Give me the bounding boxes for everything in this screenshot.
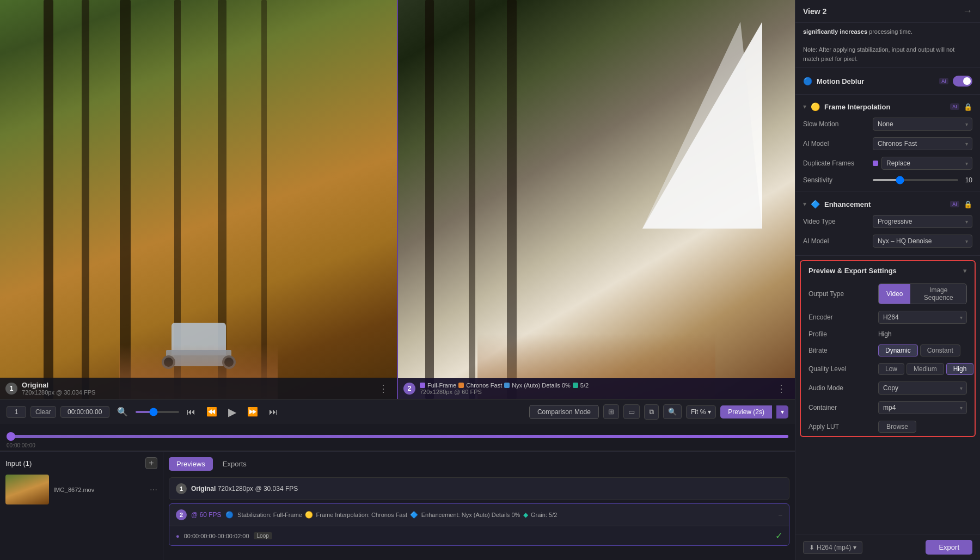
- zoom-slider[interactable]: [136, 411, 179, 413]
- preview-row-2: 2 @ 60 FPS 🔵 Stabilization: Full-Frame 🟡…: [169, 503, 789, 546]
- browse-lut-button[interactable]: Browse: [878, 421, 916, 433]
- panel-1-menu[interactable]: ⋮: [375, 381, 391, 396]
- output-tab-image-sequence[interactable]: Image Sequence: [910, 284, 966, 304]
- preview-dropdown[interactable]: ▾: [776, 405, 788, 419]
- panel-2-menu[interactable]: ⋮: [773, 381, 789, 396]
- skip-end-button[interactable]: ⏭: [266, 405, 281, 419]
- right-panel-header: View 2 →: [795, 0, 980, 23]
- clear-button[interactable]: Clear: [30, 406, 56, 418]
- sensitivity-row: Sensitivity 10: [795, 173, 980, 187]
- input-panel: Input (1) + IMG_8672.mov ⋯: [0, 452, 163, 560]
- panel-2-tags: Full-Frame Chronos Fast Nyx (Auto) Detai…: [420, 382, 769, 389]
- thumbnail-image[interactable]: [5, 475, 49, 504]
- audio-mode-select[interactable]: Copy: [878, 381, 967, 395]
- enhancement-header[interactable]: ▾ 🔷 Enhancement AI 🔒: [795, 196, 980, 212]
- bitrate-dynamic-button[interactable]: Dynamic: [878, 344, 918, 356]
- close-button[interactable]: →: [963, 5, 972, 17]
- export-bar: ⬇ H264 (mp4) ▾ Export: [795, 534, 980, 560]
- row-1-number: 1: [176, 483, 187, 494]
- bitrate-buttons: Dynamic Constant: [878, 344, 960, 356]
- encoder-select[interactable]: H264: [878, 311, 967, 324]
- container-row: Container mp4: [801, 398, 975, 417]
- frame-interpolation-header[interactable]: ▾ 🟡 Frame Interpolation AI 🔒: [795, 99, 980, 114]
- output-type-row: Output Type Video Image Sequence: [801, 280, 975, 307]
- content-panel: Previews Exports 1 Original 720x1280px @…: [163, 452, 795, 560]
- row-1-info: Original 720x1280px @ 30.034 FPS: [191, 485, 782, 493]
- fit-select[interactable]: Fit % ▾: [686, 405, 716, 419]
- quality-high-button[interactable]: High: [946, 363, 974, 375]
- tab-exports[interactable]: Exports: [215, 457, 254, 471]
- tab-previews[interactable]: Previews: [169, 457, 213, 471]
- input-thumbnail-item: IMG_8672.mov ⋯: [5, 475, 157, 504]
- motion-deblur-header[interactable]: 🔵 Motion Deblur AI: [795, 72, 980, 90]
- encoder-row: Encoder H264: [801, 307, 975, 327]
- panel-2-number: 2: [403, 383, 415, 395]
- preview-export-title: Preview & Export Settings: [808, 267, 897, 275]
- panel-2-info: Full-Frame Chronos Fast Nyx (Auto) Detai…: [420, 382, 769, 395]
- view-grid-button[interactable]: ⊞: [603, 404, 619, 419]
- sensitivity-slider[interactable]: [873, 179, 958, 181]
- ai-model-enhance-select[interactable]: Nyx – HQ Denoise: [873, 235, 972, 248]
- frame-interpolation-section: ▾ 🟡 Frame Interpolation AI 🔒 Slow Motion…: [795, 95, 980, 192]
- row-2-info: @ 60 FPS 🔵 Stabilization: Full-Frame 🟡 F…: [191, 511, 774, 519]
- skip-start-button[interactable]: ⏮: [183, 405, 199, 419]
- output-tab-video[interactable]: Video: [879, 284, 910, 304]
- ai-model-interp-select[interactable]: Chronos Fast: [873, 137, 972, 150]
- timeline-scrubber[interactable]: 00:00:00:00: [0, 424, 795, 451]
- row-2-collapse[interactable]: −: [778, 511, 782, 519]
- timeline-controls: Clear 00:00:00.00 🔍 ⏮ ⏪ ▶ ⏩ ⏭ Comparison…: [0, 399, 795, 424]
- duplicate-frames-row: Duplicate Frames Replace: [795, 153, 980, 173]
- time-label: 00:00:00:00: [7, 442, 35, 448]
- apply-lut-row: Apply LUT Browse: [801, 417, 975, 436]
- panel-1-resolution: 720x1280px @ 30.034 FPS: [22, 389, 371, 396]
- preview-export-settings-section: Preview & Export Settings ▾ Output Type …: [800, 260, 976, 437]
- comparison-mode-button[interactable]: Comparison Mode: [529, 405, 599, 419]
- enhancement-lock-icon: 🔒: [964, 200, 972, 208]
- timecode-display: 00:00:00.00: [60, 406, 109, 418]
- panel-1-number: 1: [5, 383, 17, 395]
- quality-buttons: Low Medium High: [878, 363, 973, 375]
- fit-button[interactable]: 🔍: [663, 404, 682, 419]
- preview-button[interactable]: Preview (2s): [720, 405, 772, 419]
- frame-interp-title: Frame Interpolation: [824, 103, 946, 111]
- input-title: Input (1): [5, 459, 32, 467]
- play-button[interactable]: ▶: [225, 403, 240, 421]
- thumbnail-menu[interactable]: ⋯: [150, 485, 157, 494]
- view-split-button[interactable]: ▭: [623, 404, 640, 419]
- video-type-row: Video Type Progressive: [795, 212, 980, 231]
- motion-deblur-section: 🔵 Motion Deblur AI: [795, 68, 980, 95]
- quality-medium-button[interactable]: Medium: [906, 363, 944, 375]
- ai-model-interp-select-input[interactable]: Chronos Fast: [873, 137, 972, 150]
- view-compare-button[interactable]: ⧉: [644, 404, 659, 420]
- enhancement-icon: 🔷: [811, 200, 820, 208]
- bitrate-row: Bitrate Dynamic Constant: [801, 341, 975, 360]
- profile-value: High: [878, 330, 892, 338]
- frame-interp-lock-icon: 🔒: [964, 103, 972, 111]
- panel-1-title: Original: [22, 381, 371, 389]
- slow-motion-select[interactable]: None: [873, 118, 972, 131]
- add-input-button[interactable]: +: [145, 457, 157, 469]
- video-type-select[interactable]: Progressive: [873, 215, 972, 228]
- ai-model-interp-row: AI Model Chronos Fast: [795, 134, 980, 153]
- step-forward-button[interactable]: ⏩: [244, 404, 261, 419]
- duplicate-frames-select[interactable]: Replace: [881, 157, 972, 170]
- frame-input[interactable]: [7, 406, 26, 418]
- audio-mode-row: Audio Mode Copy: [801, 378, 975, 398]
- zoom-button[interactable]: 🔍: [114, 404, 131, 419]
- motion-deblur-icon: 🔵: [803, 77, 812, 85]
- step-back-button[interactable]: ⏪: [203, 404, 220, 419]
- codec-label: ⬇ H264 (mp4) ▾: [803, 541, 862, 554]
- bitrate-constant-button[interactable]: Constant: [920, 344, 960, 356]
- slow-motion-select-input[interactable]: None: [873, 118, 972, 131]
- output-type-label: Output Type: [808, 290, 874, 298]
- processing-notice: significantly increases processing time.…: [795, 23, 980, 68]
- preview-export-header[interactable]: Preview & Export Settings ▾: [801, 261, 975, 280]
- panel-2-resolution: 720x1280px @ 60 FPS: [420, 389, 769, 395]
- preview-row-1: 1 Original 720x1280px @ 30.034 FPS: [169, 477, 789, 500]
- quality-low-button[interactable]: Low: [878, 363, 904, 375]
- motion-deblur-toggle[interactable]: [953, 76, 972, 87]
- tabs-bar: Previews Exports: [169, 457, 789, 471]
- container-select[interactable]: mp4: [878, 401, 967, 414]
- export-button[interactable]: Export: [926, 540, 972, 555]
- quality-level-row: Quality Level Low Medium High: [801, 360, 975, 378]
